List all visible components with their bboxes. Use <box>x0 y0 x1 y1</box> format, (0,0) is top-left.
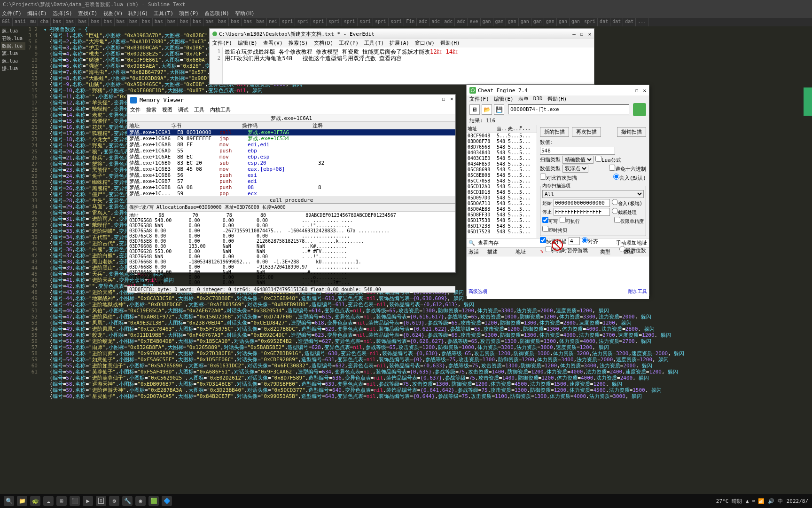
scan-result-row[interactable]: 05D097D05485...5... <box>467 195 537 201</box>
taskbar-app-icon[interactable]: 🟩 <box>148 496 159 506</box>
menu-item[interactable]: 帮助(H) <box>547 95 567 103</box>
menu-item[interactable]: 项目(P) <box>179 10 199 17</box>
editor-tab[interactable]: GGl <box>0 18 13 26</box>
menu-item[interactable]: 扩展(A) <box>390 40 409 47</box>
open-file-icon[interactable]: 📂 <box>482 104 492 115</box>
menu-item[interactable]: 工程(P) <box>339 40 359 47</box>
editor-tab[interactable]: spri <box>358 18 373 26</box>
scan-result-row[interactable]: 0434F8505485...5... <box>467 161 537 167</box>
disasm-row[interactable]: 梦战.exe+1C6B656pushesi <box>127 172 455 178</box>
menu-item[interactable]: 文件(F) <box>2 10 22 17</box>
editor-tab[interactable]: bas <box>127 18 140 26</box>
new-scan-button[interactable]: 新的扫描 <box>540 127 569 137</box>
lua-checkbox[interactable]: Lua公式 <box>595 156 621 164</box>
disasm-row[interactable]: 梦战.exe+1C6AB8B FFmovedi,edi <box>127 142 455 148</box>
sidebar-file[interactable]: 源.lua <box>1 57 25 65</box>
editor-tab[interactable]: gan <box>544 18 557 26</box>
scan-result-row[interactable]: 05D172385485...5... <box>467 223 537 229</box>
editor-tab[interactable]: adc <box>442 18 455 26</box>
taskbar-app-icon[interactable]: 🐢 <box>30 496 40 506</box>
editor-tab[interactable]: spri <box>295 18 311 26</box>
menu-item[interactable]: 文件(F) <box>212 40 232 47</box>
clock[interactable]: 2022/8/ <box>787 498 808 504</box>
scan-result-row[interactable]: 05D175285485...5... <box>467 229 537 235</box>
menu-item[interactable]: 工具(T) <box>154 10 173 17</box>
editor-tab[interactable]: spri <box>327 18 342 26</box>
writable-checkbox[interactable]: 可写 <box>542 217 558 225</box>
memory-viewer-menu[interactable]: 文件搜索视图调试工具内核工具 <box>127 106 455 114</box>
sublime-sidebar[interactable]: 源.lua召唤.lua数据.lua源.lua源.lua据.lua <box>0 26 26 73</box>
editor-tab[interactable]: bas <box>229 18 242 26</box>
taskbar-app-icon[interactable]: 📁 <box>17 496 27 506</box>
editor-tab[interactable]: spri <box>389 18 404 26</box>
menu-item[interactable]: 编辑(E) <box>238 40 258 47</box>
disasm-row[interactable]: 梦战.exe+1C6B86A 08push088 <box>127 184 455 190</box>
editor-tab[interactable]: gan <box>493 18 506 26</box>
editor-tab[interactable]: bas <box>165 18 178 26</box>
maximize-icon[interactable]: ☐ <box>580 31 584 37</box>
editor-tab[interactable]: bas <box>51 18 63 26</box>
scan-result-row[interactable]: 03D765685485...5... <box>467 144 537 150</box>
scan-result-row[interactable]: 05CD1D185485...5... <box>467 190 537 195</box>
windows-taskbar[interactable]: 🔍📁🐢☁⊞⬛▶🅂⚙🔧◉🟩🔷 27°C 晴朗 ▲ ⌨ 📶 🔊 中 2022/8/ <box>0 494 812 508</box>
close-icon[interactable]: ✕ <box>643 87 646 94</box>
editor-tab[interactable]: cha <box>38 18 51 26</box>
round-default-radio[interactable]: 舍入(默认) <box>613 174 646 182</box>
editor-tab[interactable]: bas <box>115 18 127 26</box>
first-compare-checkbox[interactable]: 对比首次扫描 <box>540 174 577 182</box>
taskbar-app-icon[interactable]: 🔧 <box>122 496 133 506</box>
sidebar-file[interactable]: 据.lua <box>1 65 25 72</box>
close-icon[interactable]: ✕ <box>450 95 453 102</box>
scan-result-row[interactable]: 05CD12A05485...5... <box>467 184 537 190</box>
menu-item[interactable]: 首选项(N) <box>204 10 229 17</box>
editor-tab[interactable]: mu <box>28 18 38 26</box>
taskbar-app-icon[interactable]: ⊞ <box>56 496 67 506</box>
menu-item[interactable]: 选择(S) <box>53 10 72 17</box>
menu-item[interactable]: 文件(F) <box>469 95 489 103</box>
editor-tab[interactable]: bas <box>216 18 229 26</box>
open-process-icon[interactable]: 🖥 <box>469 104 480 115</box>
disasm-row[interactable]: 梦战.exe+1C6A1E8 00310000call梦战.exe+1F7A6 <box>127 129 455 135</box>
look-memory-button[interactable]: 查看内存 <box>478 239 499 246</box>
menu-item[interactable]: 文档(D) <box>314 40 334 47</box>
scan-result-row[interactable]: 05C886985485...5... <box>467 167 537 173</box>
menu-item[interactable]: 查找(I) <box>78 10 98 17</box>
menu-item[interactable]: 转到(G) <box>128 10 148 17</box>
system-tray[interactable]: 27°C 晴朗 ▲ ⌨ 📶 🔊 中 2022/8/ <box>716 498 808 505</box>
everedit-title-bar[interactable]: C:\Users\m1302\Desktop\新建文本文档.txt * - Ev… <box>210 29 594 39</box>
editor-tab[interactable]: bas <box>203 18 216 26</box>
editor-tab[interactable]: gan <box>481 18 493 26</box>
taskbar-app-icon[interactable]: ▶ <box>83 496 93 506</box>
fast-scan-value[interactable] <box>569 237 580 245</box>
scantype-select[interactable]: 精确数值 <box>562 156 593 164</box>
maximize-icon[interactable]: ☐ <box>635 87 639 94</box>
start-addr-input[interactable] <box>554 199 610 207</box>
editor-tab[interactable]: dat <box>623 18 636 26</box>
stop-addr-input[interactable] <box>554 208 610 216</box>
disasm-row[interactable]: 梦战.exe+1C6B38B 45 08moveax,[ebp+08] <box>127 166 455 172</box>
menu-item[interactable]: 查看(V) <box>263 40 283 47</box>
editor-tab[interactable]: spri <box>311 18 327 26</box>
editor-tab[interactable]: bas <box>191 18 203 26</box>
scan-result-row[interactable]: 040348405485...5... <box>467 150 537 156</box>
menu-item[interactable]: 帮助(H) <box>235 10 255 17</box>
additional-tools-link[interactable]: 附加工具 <box>628 288 647 295</box>
editor-tab[interactable]: gan <box>557 18 570 26</box>
scan-result-row[interactable]: 05D8FF305485...5... <box>467 212 537 218</box>
taskbar-app-icon[interactable]: 🔍 <box>4 496 14 506</box>
editor-tab[interactable]: bas <box>254 18 267 26</box>
disasm-row[interactable]: 梦战.exe+1C6B757pushedi <box>127 178 455 184</box>
hex-dump[interactable]: 地址 68 70 78 80 89ABCDEF0123456789ABCDEF0… <box>127 212 455 286</box>
menu-item[interactable]: 内核工具 <box>210 106 231 113</box>
ce-menu-bar[interactable]: 文件(F)编辑(E)表单D3D帮助(H) <box>467 95 649 103</box>
valtype-select[interactable]: 双浮点 <box>562 165 588 173</box>
undo-scan-button[interactable]: 撤销扫描 <box>617 127 646 137</box>
editor-tab[interactable]: bas <box>63 18 76 26</box>
editor-tab[interactable]: spri <box>342 18 358 26</box>
menu-item[interactable]: 视图 <box>162 106 172 113</box>
disasm-row[interactable]: 梦战.exe+1C6A6E9 89FEFFFFjmp梦战.exe+1C534 <box>127 135 455 142</box>
editor-tab[interactable]: gan <box>506 18 519 26</box>
cow-checkbox[interactable]: 即时拷贝 <box>542 226 567 234</box>
scan-result-row[interactable]: 0403C1E05485...5... <box>467 156 537 161</box>
ce-title-bar[interactable]: Cheat Engine 7.4 — ☐ ✕ <box>467 85 649 95</box>
